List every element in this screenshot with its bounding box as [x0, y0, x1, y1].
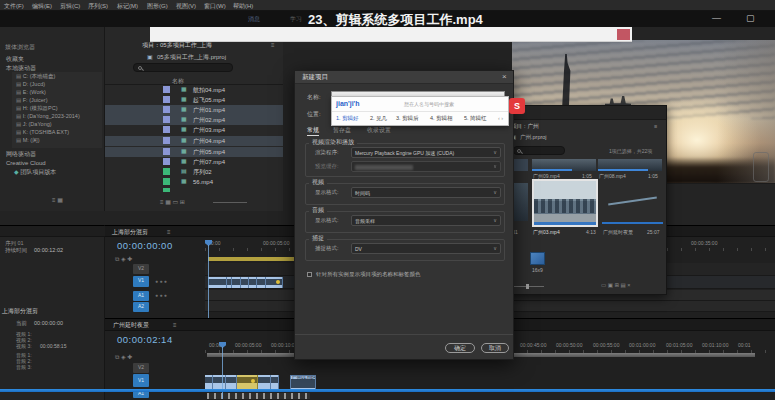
- clip-name[interactable]: 广州延时夜景: [603, 230, 633, 235]
- timeline-clip[interactable]: [241, 277, 249, 288]
- playhead-line[interactable]: [208, 245, 209, 318]
- video-display-format-dropdown[interactable]: 时间码∨: [351, 187, 501, 198]
- label-color-swatch[interactable]: [163, 96, 170, 103]
- project-file-row[interactable]: ▤序列02: [105, 167, 283, 177]
- track-toggle-icons[interactable]: ● ● ●: [155, 293, 167, 298]
- timeline-tab[interactable]: 广州延时夜景: [113, 322, 149, 328]
- player-progress-bar[interactable]: [0, 389, 775, 392]
- media-browser-tab[interactable]: 媒体浏览器: [5, 44, 35, 50]
- renderer-dropdown[interactable]: Mercury Playback Engine GPU 加速 (CUDA)∨: [351, 147, 501, 158]
- drive-item[interactable]: ▤ E: (Work): [16, 90, 46, 96]
- display-names-checkbox[interactable]: [307, 272, 312, 277]
- tree-local-drives[interactable]: 本地驱动器: [6, 65, 36, 71]
- overlay-input-bar[interactable]: [150, 27, 632, 42]
- menu-sequence[interactable]: 序列(S): [88, 3, 108, 9]
- timeline-clip[interactable]: [232, 277, 241, 288]
- clip-thumbnail-selected[interactable]: [532, 179, 598, 227]
- menu-graphics[interactable]: 图形(G): [147, 3, 168, 9]
- sequence-item-name[interactable]: 16x9: [532, 268, 543, 273]
- track-v1-target[interactable]: V1: [133, 276, 149, 287]
- ime-pager-arrows[interactable]: ‹ ›: [498, 116, 503, 122]
- menu-file[interactable]: 文件(F): [4, 3, 24, 9]
- close-icon[interactable]: ×: [502, 73, 507, 81]
- project-file-row[interactable]: ▦广州02.mp4: [105, 115, 283, 125]
- panel-menu-icon[interactable]: ≡: [173, 322, 177, 328]
- track-v1-target[interactable]: V1: [133, 374, 149, 387]
- tree-network-drives[interactable]: 网络驱动器: [6, 151, 36, 157]
- ime-candidate[interactable]: 3. 剪辑后: [396, 116, 419, 122]
- project-file-row[interactable]: ▦广州01.mp4: [105, 105, 283, 115]
- project-root-item[interactable]: 05多项目工作_上海.prproj: [157, 54, 226, 60]
- timeline-toolbar-icons[interactable]: ⧉ ◈ ✚: [115, 354, 132, 360]
- tab-scratch-disks[interactable]: 暂存盘: [333, 127, 351, 135]
- menu-view[interactable]: 视图(V): [176, 3, 196, 9]
- track-a1-target[interactable]: A1: [133, 291, 149, 301]
- capture-format-dropdown[interactable]: DV∨: [351, 243, 501, 254]
- project-file-row[interactable]: ▦广州05.mp4: [105, 147, 283, 157]
- project-file-row[interactable]: ▦56.mp4: [105, 177, 283, 187]
- timeline-clip[interactable]: [249, 277, 257, 288]
- menu-edit[interactable]: 编辑(E): [32, 3, 52, 9]
- ok-button[interactable]: 确定: [445, 343, 475, 353]
- cancel-button[interactable]: 取消: [481, 343, 509, 353]
- track-v2-target[interactable]: V2: [133, 264, 149, 274]
- tab-general[interactable]: 常规: [307, 127, 319, 136]
- maximize-button[interactable]: ▢: [746, 14, 755, 23]
- ime-candidate[interactable]: 4. 剪辑相: [430, 116, 453, 122]
- timeline-tab[interactable]: 上海部分混剪: [112, 229, 148, 235]
- tree-creative-cloud[interactable]: Creative Cloud: [6, 160, 46, 166]
- project-search-input[interactable]: [513, 146, 565, 155]
- clip-thumbnail[interactable]: [532, 159, 596, 171]
- project-file-row[interactable]: ▦广州03.mp4: [105, 125, 283, 135]
- timeline-clip[interactable]: [266, 277, 283, 288]
- drive-item[interactable]: ▤ J: (DaYong): [16, 122, 52, 128]
- clip-thumbnail[interactable]: [598, 159, 662, 171]
- overlay-close-button[interactable]: [617, 29, 630, 40]
- ime-candidate[interactable]: 5. 简辑红: [464, 116, 487, 122]
- panel-footer-icons[interactable]: ≡ ▦: [52, 197, 63, 203]
- label-color-swatch[interactable]: [163, 148, 170, 155]
- track-toggle-icons[interactable]: ● ● ●: [155, 279, 167, 284]
- drive-item[interactable]: ▤ I: (DaYong_2023-2014): [16, 114, 80, 120]
- timeline-clip[interactable]: [257, 277, 266, 288]
- clip-thumbnail[interactable]: [602, 181, 663, 224]
- drive-item[interactable]: ▤ F: (Juicer): [16, 98, 47, 104]
- preview-cache-dropdown[interactable]: ∨: [351, 161, 501, 172]
- project-panel-tab[interactable]: 项目：广州: [511, 124, 539, 130]
- label-color-swatch[interactable]: [163, 126, 170, 133]
- timeline-clip-yellow[interactable]: [208, 257, 295, 261]
- window-drag-bar[interactable]: [506, 106, 666, 120]
- menu-clip[interactable]: 剪辑(C): [60, 3, 80, 9]
- zoom-slider[interactable]: [213, 202, 247, 203]
- sogou-ime-logo[interactable]: S: [509, 98, 525, 114]
- project-file-row[interactable]: ▦起飞05.mp4: [105, 95, 283, 105]
- minimize-button[interactable]: —: [712, 14, 721, 23]
- label-color-swatch[interactable]: [163, 178, 170, 185]
- project-root-item[interactable]: 广州.prproj: [520, 135, 547, 141]
- menu-window[interactable]: 窗口(W): [204, 3, 226, 9]
- project-footer-icons[interactable]: ≡ ▦ ▭ ⊞: [160, 199, 185, 205]
- drive-item[interactable]: ▤ M: (闲): [16, 138, 40, 144]
- menu-help[interactable]: 帮助(H): [233, 3, 253, 9]
- drive-item[interactable]: ▤ H: (模拟器PC): [16, 106, 58, 112]
- label-color-swatch[interactable]: [163, 86, 170, 93]
- tree-team-projects[interactable]: ◆ 团队项目版本: [14, 169, 56, 175]
- label-color-swatch[interactable]: [163, 116, 170, 123]
- label-color-swatch[interactable]: [163, 158, 170, 165]
- project-panel-tab[interactable]: 项目：05多项目工作_上海: [142, 42, 212, 48]
- label-color-swatch[interactable]: [163, 137, 170, 144]
- info-panel-tabrow[interactable]: [0, 226, 105, 237]
- audio-display-format-dropdown[interactable]: 音频采样∨: [351, 215, 501, 226]
- timeline-clip[interactable]: [208, 277, 227, 288]
- project-search-input[interactable]: [133, 63, 233, 72]
- playhead-timecode[interactable]: 00:00:02:14: [117, 335, 173, 345]
- project-file-row[interactable]: ▦航拍04.mp4: [105, 85, 283, 95]
- label-color-swatch[interactable]: [163, 168, 170, 175]
- workspace-tab-learn[interactable]: 学习: [290, 16, 302, 22]
- playhead-timecode[interactable]: 00:00:00:00: [117, 241, 173, 251]
- monitor-overlay-control[interactable]: [753, 152, 769, 182]
- clip-name[interactable]: 广州03.mp4: [533, 230, 560, 235]
- sequence-item-icon[interactable]: [530, 252, 545, 265]
- thumbnail-zoom-slider[interactable]: [514, 286, 544, 287]
- track-a2-target[interactable]: A2: [133, 302, 149, 312]
